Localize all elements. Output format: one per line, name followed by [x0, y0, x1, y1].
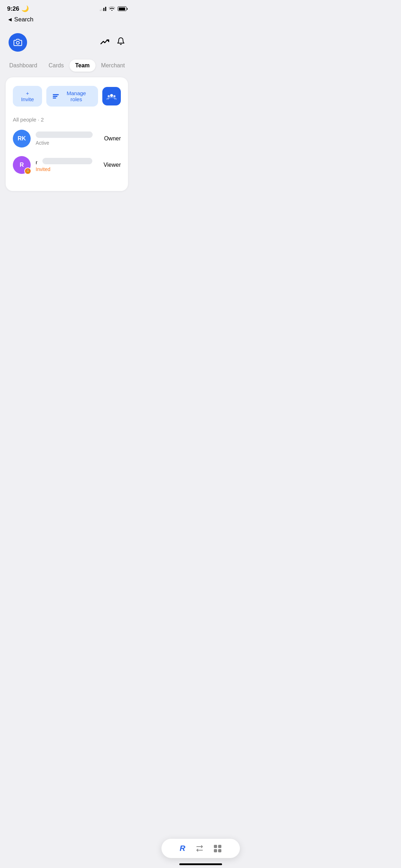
people-count: All people · 2	[13, 117, 121, 123]
back-arrow-icon: ◄	[7, 16, 13, 23]
svg-rect-3	[53, 98, 56, 99]
manage-roles-label: Manage roles	[61, 90, 92, 102]
tab-merchant[interactable]: Merchant	[96, 60, 131, 72]
member-status-2: Invited	[36, 166, 103, 172]
member-row-2: R 🔒 r Invited Viewer	[13, 156, 121, 174]
header-area	[0, 27, 134, 57]
bell-icon[interactable]	[117, 37, 125, 48]
svg-rect-1	[53, 94, 59, 95]
team-panel: + Invite Manage roles All people · 2	[6, 77, 128, 191]
wifi-icon	[109, 6, 115, 12]
member-info-2: r Invited	[36, 158, 103, 172]
manage-roles-icon	[53, 94, 59, 99]
tab-team[interactable]: Team	[70, 60, 96, 72]
status-bar: 9:26 🌙	[0, 0, 134, 15]
svg-point-5	[108, 95, 110, 97]
tabs-container: Dashboard Cards Team Merchant	[0, 57, 134, 77]
signal-bar-2	[102, 9, 103, 11]
battery-icon	[118, 6, 127, 11]
svg-point-4	[110, 94, 113, 97]
tab-cards[interactable]: Cards	[43, 60, 70, 72]
name-placeholder-1	[36, 131, 93, 138]
camera-button[interactable]	[9, 33, 27, 52]
member-role-1: Owner	[104, 135, 121, 142]
avatar-rk: RK	[13, 130, 31, 148]
invite-label: + Invite	[19, 90, 36, 102]
invite-button[interactable]: + Invite	[13, 86, 42, 107]
group-button[interactable]	[102, 87, 121, 105]
pending-badge: 🔒	[24, 167, 31, 175]
signal-bars	[100, 7, 106, 11]
battery-fill	[119, 7, 125, 10]
group-icon	[107, 92, 117, 100]
signal-bar-3	[103, 8, 104, 11]
back-nav[interactable]: ◄ Search	[0, 15, 134, 27]
partial-char: r	[36, 159, 37, 165]
moon-icon: 🌙	[21, 5, 29, 12]
member-row: RK Active Owner	[13, 130, 121, 148]
status-time: 9:26 🌙	[7, 5, 29, 12]
name-placeholder-2	[42, 158, 92, 164]
avatar-r: R 🔒	[13, 156, 31, 174]
svg-point-0	[16, 41, 19, 44]
trend-icon[interactable]	[100, 37, 109, 47]
manage-roles-button[interactable]: Manage roles	[46, 86, 98, 107]
member-info-1: Active	[36, 131, 104, 146]
back-label: Search	[14, 16, 34, 23]
time-display: 9:26	[7, 5, 19, 12]
member-role-2: Viewer	[103, 162, 121, 168]
signal-bar-4	[105, 7, 106, 11]
camera-icon	[14, 38, 22, 47]
svg-rect-2	[53, 96, 57, 97]
tab-dashboard[interactable]: Dashboard	[4, 60, 43, 72]
svg-point-6	[113, 95, 115, 97]
member-name-row-2: r	[36, 158, 103, 166]
status-right	[100, 6, 127, 12]
member-status-1: Active	[36, 140, 104, 146]
actions-row: + Invite Manage roles	[13, 86, 121, 107]
signal-bar-1	[100, 10, 101, 11]
header-right-icons	[100, 37, 125, 48]
